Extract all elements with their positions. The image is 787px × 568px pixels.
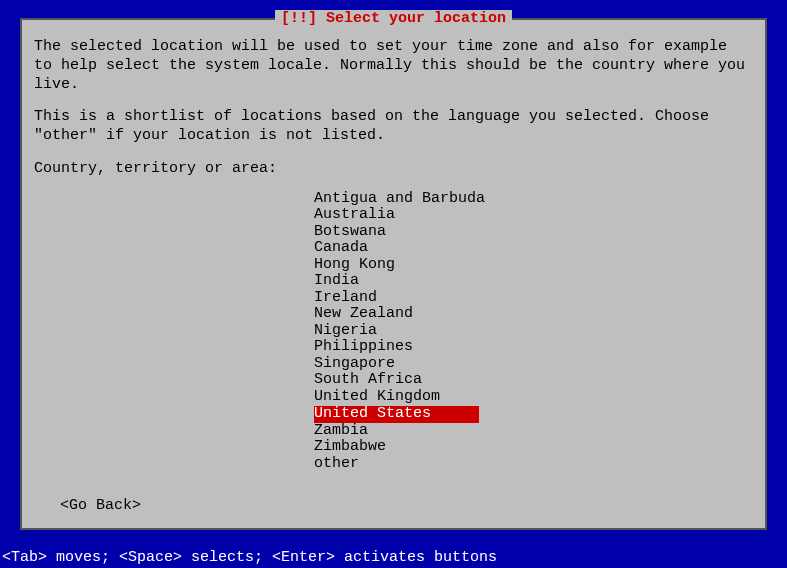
- list-item[interactable]: Zimbabwe: [314, 439, 753, 456]
- list-item[interactable]: Australia: [314, 207, 753, 224]
- description-1: The selected location will be used to se…: [34, 38, 753, 94]
- list-item[interactable]: Nigeria: [314, 323, 753, 340]
- dialog-title: [!!] Select your location: [275, 10, 512, 27]
- go-back-button[interactable]: <Go Back>: [60, 497, 141, 514]
- list-item[interactable]: Zambia: [314, 423, 753, 440]
- location-dialog: [!!] Select your location The selected l…: [20, 18, 767, 530]
- footer-help: <Tab> moves; <Space> selects; <Enter> ac…: [2, 549, 497, 566]
- description-2: This is a shortlist of locations based o…: [34, 108, 753, 146]
- list-item[interactable]: Hong Kong: [314, 257, 753, 274]
- dialog-content: The selected location will be used to se…: [22, 20, 765, 484]
- list-item[interactable]: Antigua and Barbuda: [314, 191, 753, 208]
- list-item[interactable]: Ireland: [314, 290, 753, 307]
- list-item[interactable]: United Kingdom: [314, 389, 753, 406]
- location-list: Antigua and BarbudaAustraliaBotswanaCana…: [34, 191, 753, 473]
- list-item[interactable]: South Africa: [314, 372, 753, 389]
- prompt-label: Country, territory or area:: [34, 160, 753, 177]
- list-item[interactable]: other: [314, 456, 753, 473]
- list-item[interactable]: Philippines: [314, 339, 753, 356]
- list-item[interactable]: New Zealand: [314, 306, 753, 323]
- list-item[interactable]: India: [314, 273, 753, 290]
- list-item[interactable]: United States: [314, 406, 479, 423]
- list-item[interactable]: Singapore: [314, 356, 753, 373]
- list-item[interactable]: Botswana: [314, 224, 753, 241]
- title-container: [!!] Select your location: [22, 10, 765, 27]
- list-item[interactable]: Canada: [314, 240, 753, 257]
